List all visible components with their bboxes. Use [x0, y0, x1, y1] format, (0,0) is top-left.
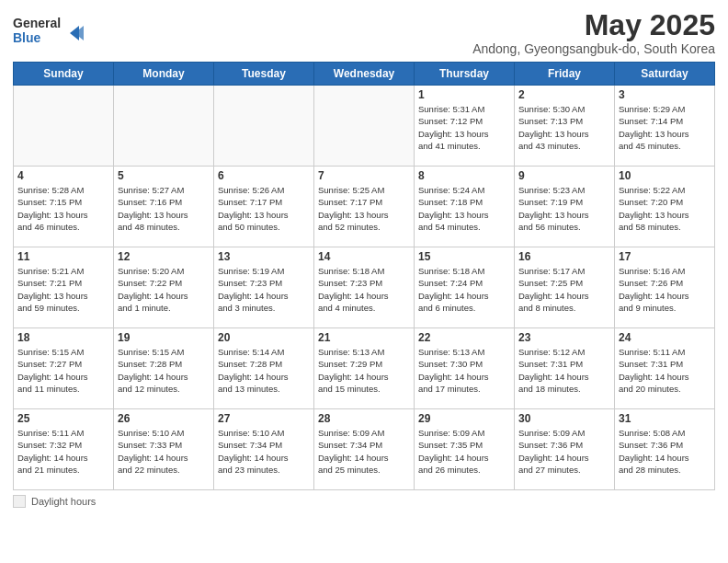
- col-header-thursday: Thursday: [415, 63, 515, 86]
- calendar-week-2: 4Sunrise: 5:28 AM Sunset: 7:15 PM Daylig…: [14, 167, 715, 247]
- day-info: Sunrise: 5:09 AM Sunset: 7:36 PM Dayligh…: [518, 427, 610, 476]
- svg-text:Blue: Blue: [13, 30, 41, 45]
- calendar-cell: 18Sunrise: 5:15 AM Sunset: 7:27 PM Dayli…: [14, 328, 114, 409]
- day-info: Sunrise: 5:18 AM Sunset: 7:23 PM Dayligh…: [318, 265, 410, 314]
- day-number: 21: [318, 331, 410, 344]
- day-info: Sunrise: 5:19 AM Sunset: 7:23 PM Dayligh…: [218, 265, 310, 314]
- calendar-header-row: SundayMondayTuesdayWednesdayThursdayFrid…: [14, 63, 715, 86]
- svg-text:General: General: [13, 16, 61, 30]
- calendar-cell: [14, 86, 114, 167]
- day-info: Sunrise: 5:10 AM Sunset: 7:33 PM Dayligh…: [118, 427, 210, 476]
- day-number: 14: [318, 250, 410, 263]
- day-number: 23: [518, 331, 610, 344]
- day-info: Sunrise: 5:24 AM Sunset: 7:18 PM Dayligh…: [418, 184, 510, 233]
- calendar-cell: 8Sunrise: 5:24 AM Sunset: 7:18 PM Daylig…: [415, 167, 515, 247]
- day-info: Sunrise: 5:12 AM Sunset: 7:31 PM Dayligh…: [518, 346, 610, 395]
- calendar-cell: [214, 86, 314, 167]
- day-number: 8: [418, 169, 510, 182]
- day-number: 10: [619, 169, 711, 182]
- day-number: 28: [318, 412, 410, 425]
- calendar-cell: 7Sunrise: 5:25 AM Sunset: 7:17 PM Daylig…: [314, 167, 415, 247]
- logo: General Blue: [13, 13, 96, 53]
- calendar-cell: 23Sunrise: 5:12 AM Sunset: 7:31 PM Dayli…: [515, 328, 615, 409]
- calendar-cell: 27Sunrise: 5:10 AM Sunset: 7:34 PM Dayli…: [214, 409, 314, 490]
- day-info: Sunrise: 5:25 AM Sunset: 7:17 PM Dayligh…: [318, 184, 410, 233]
- calendar-cell: 26Sunrise: 5:10 AM Sunset: 7:33 PM Dayli…: [114, 409, 214, 490]
- calendar-cell: 20Sunrise: 5:14 AM Sunset: 7:28 PM Dayli…: [214, 328, 314, 409]
- day-info: Sunrise: 5:10 AM Sunset: 7:34 PM Dayligh…: [218, 427, 310, 476]
- day-info: Sunrise: 5:11 AM Sunset: 7:32 PM Dayligh…: [17, 427, 109, 476]
- day-info: Sunrise: 5:26 AM Sunset: 7:17 PM Dayligh…: [218, 184, 310, 233]
- col-header-friday: Friday: [515, 63, 615, 86]
- calendar-cell: 12Sunrise: 5:20 AM Sunset: 7:22 PM Dayli…: [114, 247, 214, 328]
- calendar-week-5: 25Sunrise: 5:11 AM Sunset: 7:32 PM Dayli…: [14, 409, 715, 490]
- day-number: 27: [218, 412, 310, 425]
- day-number: 22: [418, 331, 510, 344]
- calendar-cell: 19Sunrise: 5:15 AM Sunset: 7:28 PM Dayli…: [114, 328, 214, 409]
- calendar-cell: 10Sunrise: 5:22 AM Sunset: 7:20 PM Dayli…: [615, 167, 715, 247]
- day-info: Sunrise: 5:28 AM Sunset: 7:15 PM Dayligh…: [17, 184, 109, 233]
- day-number: 6: [218, 169, 310, 182]
- day-info: Sunrise: 5:17 AM Sunset: 7:25 PM Dayligh…: [518, 265, 610, 314]
- day-number: 30: [518, 412, 610, 425]
- day-number: 26: [118, 412, 210, 425]
- day-number: 16: [518, 250, 610, 263]
- day-number: 31: [619, 412, 711, 425]
- day-number: 9: [518, 169, 610, 182]
- location-subtitle: Andong, Gyeongsangbuk-do, South Korea: [472, 41, 715, 56]
- day-info: Sunrise: 5:13 AM Sunset: 7:30 PM Dayligh…: [418, 346, 510, 395]
- col-header-saturday: Saturday: [615, 63, 715, 86]
- calendar-cell: 24Sunrise: 5:11 AM Sunset: 7:31 PM Dayli…: [615, 328, 715, 409]
- calendar-cell: 13Sunrise: 5:19 AM Sunset: 7:23 PM Dayli…: [214, 247, 314, 328]
- day-number: 12: [118, 250, 210, 263]
- calendar-cell: [114, 86, 214, 167]
- day-number: 7: [318, 169, 410, 182]
- calendar-cell: 30Sunrise: 5:09 AM Sunset: 7:36 PM Dayli…: [515, 409, 615, 490]
- day-info: Sunrise: 5:11 AM Sunset: 7:31 PM Dayligh…: [619, 346, 711, 395]
- day-number: 11: [17, 250, 109, 263]
- day-info: Sunrise: 5:27 AM Sunset: 7:16 PM Dayligh…: [118, 184, 210, 233]
- day-info: Sunrise: 5:14 AM Sunset: 7:28 PM Dayligh…: [218, 346, 310, 395]
- col-header-tuesday: Tuesday: [214, 63, 314, 86]
- calendar-cell: 2Sunrise: 5:30 AM Sunset: 7:13 PM Daylig…: [515, 86, 615, 167]
- day-info: Sunrise: 5:29 AM Sunset: 7:14 PM Dayligh…: [619, 103, 711, 152]
- calendar-cell: 22Sunrise: 5:13 AM Sunset: 7:30 PM Dayli…: [415, 328, 515, 409]
- calendar-cell: 15Sunrise: 5:18 AM Sunset: 7:24 PM Dayli…: [415, 247, 515, 328]
- day-info: Sunrise: 5:09 AM Sunset: 7:35 PM Dayligh…: [418, 427, 510, 476]
- page-container: General Blue May 2025 Andong, Gyeongsang…: [0, 0, 728, 563]
- col-header-monday: Monday: [114, 63, 214, 86]
- header: General Blue May 2025 Andong, Gyeongsang…: [13, 9, 715, 56]
- footer: Daylight hours: [13, 495, 715, 508]
- calendar-cell: 28Sunrise: 5:09 AM Sunset: 7:34 PM Dayli…: [314, 409, 415, 490]
- day-number: 13: [218, 250, 310, 263]
- calendar-cell: 14Sunrise: 5:18 AM Sunset: 7:23 PM Dayli…: [314, 247, 415, 328]
- calendar-table: SundayMondayTuesdayWednesdayThursdayFrid…: [13, 62, 715, 490]
- calendar-cell: 5Sunrise: 5:27 AM Sunset: 7:16 PM Daylig…: [114, 167, 214, 247]
- day-info: Sunrise: 5:22 AM Sunset: 7:20 PM Dayligh…: [619, 184, 711, 233]
- day-info: Sunrise: 5:21 AM Sunset: 7:21 PM Dayligh…: [17, 265, 109, 314]
- day-info: Sunrise: 5:13 AM Sunset: 7:29 PM Dayligh…: [318, 346, 410, 395]
- col-header-sunday: Sunday: [14, 63, 114, 86]
- calendar-cell: 4Sunrise: 5:28 AM Sunset: 7:15 PM Daylig…: [14, 167, 114, 247]
- day-number: 2: [518, 88, 610, 101]
- month-title: May 2025: [472, 9, 715, 41]
- day-number: 20: [218, 331, 310, 344]
- calendar-cell: 31Sunrise: 5:08 AM Sunset: 7:36 PM Dayli…: [615, 409, 715, 490]
- day-info: Sunrise: 5:20 AM Sunset: 7:22 PM Dayligh…: [118, 265, 210, 314]
- day-info: Sunrise: 5:31 AM Sunset: 7:12 PM Dayligh…: [418, 103, 510, 152]
- day-number: 15: [418, 250, 510, 263]
- day-number: 1: [418, 88, 510, 101]
- day-number: 5: [118, 169, 210, 182]
- day-info: Sunrise: 5:30 AM Sunset: 7:13 PM Dayligh…: [518, 103, 610, 152]
- day-info: Sunrise: 5:16 AM Sunset: 7:26 PM Dayligh…: [619, 265, 711, 314]
- daylight-legend-box: [13, 495, 26, 508]
- day-number: 18: [17, 331, 109, 344]
- calendar-cell: [314, 86, 415, 167]
- day-info: Sunrise: 5:23 AM Sunset: 7:19 PM Dayligh…: [518, 184, 610, 233]
- calendar-cell: 16Sunrise: 5:17 AM Sunset: 7:25 PM Dayli…: [515, 247, 615, 328]
- calendar-week-1: 1Sunrise: 5:31 AM Sunset: 7:12 PM Daylig…: [14, 86, 715, 167]
- day-number: 25: [17, 412, 109, 425]
- day-number: 3: [619, 88, 711, 101]
- day-info: Sunrise: 5:15 AM Sunset: 7:28 PM Dayligh…: [118, 346, 210, 395]
- logo-text: General Blue: [13, 13, 96, 53]
